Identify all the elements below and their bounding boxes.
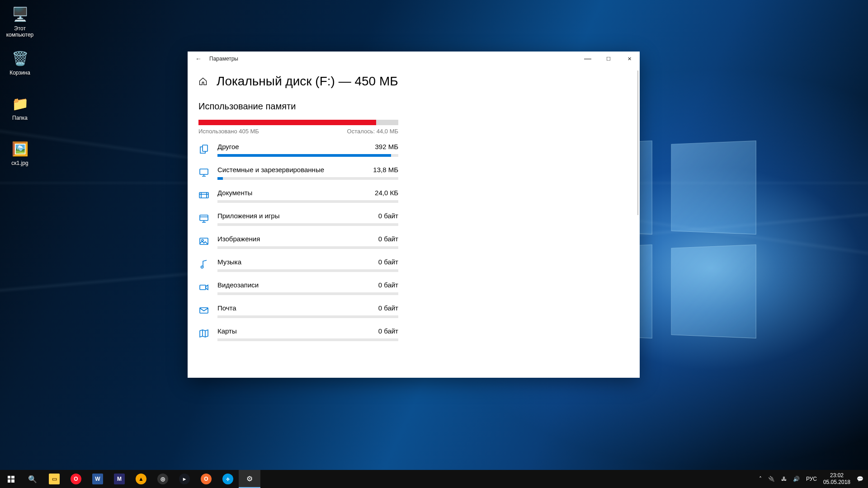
this-pc-icon	[10, 5, 29, 23]
scrollbar[interactable]	[637, 70, 638, 215]
window-content: Локальный диск (F:) — 450 МБ Использован…	[188, 66, 640, 378]
category-size: 24,0 КБ	[375, 189, 398, 197]
svg-rect-2	[199, 192, 208, 198]
storage-category-music[interactable]: Музыка0 байт	[198, 258, 398, 272]
taskbar-app-steam[interactable]: ▸	[174, 470, 195, 488]
game-icon: ◎	[157, 474, 168, 484]
back-button[interactable]: ←	[188, 55, 209, 62]
titlebar[interactable]: ← Параметры ― ☐ ✕	[188, 52, 640, 66]
action-center-icon[interactable]: 💬	[857, 476, 863, 482]
category-size: 0 байт	[378, 235, 398, 243]
search-button[interactable]: 🔍	[22, 470, 43, 488]
category-size: 0 байт	[378, 327, 398, 335]
desktop-icon-this-pc[interactable]: Этот компьютер	[3, 5, 37, 38]
tray-network-icon[interactable]: 🖧	[781, 476, 787, 482]
svg-rect-3	[200, 215, 208, 221]
folder-icon	[10, 94, 29, 113]
system-icon	[198, 167, 209, 178]
taskbar-app-explorer[interactable]: ▭	[43, 470, 65, 488]
tray-volume-icon[interactable]: 🔊	[793, 476, 800, 482]
desktop-icon-folder[interactable]: Папка	[3, 94, 37, 121]
storage-category-mail[interactable]: Почта0 байт	[198, 304, 398, 318]
category-size: 0 байт	[378, 258, 398, 266]
word-icon: W	[92, 474, 103, 484]
maximize-button[interactable]: ☐	[598, 52, 619, 66]
music-icon	[198, 259, 209, 270]
minimize-button[interactable]: ―	[577, 52, 598, 66]
category-size: 392 МБ	[375, 143, 398, 150]
category-name: Музыка	[217, 258, 241, 266]
category-size: 0 байт	[378, 281, 398, 289]
desktop-icon-label: Папка	[3, 115, 37, 121]
clock-date: 05.05.2018	[823, 479, 850, 486]
explorer-icon: ▭	[49, 474, 60, 484]
battlenet-icon: ⟡	[222, 474, 233, 484]
category-bar	[217, 246, 398, 249]
storage-usage-bar	[198, 120, 398, 125]
close-button[interactable]: ✕	[619, 52, 640, 66]
taskbar-clock[interactable]: 23:02 05.05.2018	[823, 472, 850, 486]
storage-used-label: Использовано 405 МБ	[198, 128, 259, 135]
taskbar-app-aimp[interactable]: ▲	[130, 470, 152, 488]
origin-icon: O	[201, 474, 212, 484]
mail-icon	[198, 305, 209, 316]
taskbar-app-settings[interactable]: ⚙	[239, 470, 260, 488]
video-icon	[198, 282, 209, 293]
desktop-icon-image-file[interactable]: ск1.jpg	[3, 139, 37, 166]
desktop-icon-label: Этот компьютер	[3, 25, 37, 38]
svg-rect-0	[203, 145, 208, 151]
image-file-icon	[10, 139, 29, 158]
taskbar-app-origin[interactable]: O	[195, 470, 217, 488]
category-name: Карты	[217, 327, 237, 335]
desktop-icon-label: Корзина	[3, 70, 37, 76]
category-bar	[217, 338, 398, 341]
taskbar-app-game[interactable]: ◎	[152, 470, 174, 488]
tray-language[interactable]: РУС	[806, 476, 817, 482]
category-name: Другое	[217, 143, 239, 150]
windows-icon	[8, 476, 14, 483]
page-title: Локальный диск (F:) — 450 МБ	[217, 74, 398, 89]
storage-category-maps[interactable]: Карты0 байт	[198, 327, 398, 341]
taskbar: 🔍 ▭ O W M ▲ ◎ ▸ O ⟡ ⚙ ˄ 🔌 🖧 🔊 РУС 23:02 …	[0, 470, 868, 488]
category-bar	[217, 223, 398, 226]
clock-time: 23:02	[823, 472, 850, 479]
m-icon: M	[114, 474, 125, 484]
desktop-icon-recycle-bin[interactable]: Корзина	[3, 49, 37, 76]
storage-free-label: Осталось: 44,0 МБ	[347, 128, 398, 135]
storage-category-system[interactable]: Системные и зарезервированные13,8 МБ	[198, 166, 398, 180]
storage-category-video[interactable]: Видеозаписи0 байт	[198, 281, 398, 295]
category-size: 13,8 МБ	[373, 166, 398, 174]
taskbar-app-m[interactable]: M	[108, 470, 130, 488]
home-icon[interactable]	[198, 77, 208, 86]
docs-icon	[198, 190, 209, 201]
category-bar	[217, 177, 398, 180]
tray-chevron-icon[interactable]: ˄	[759, 476, 762, 482]
category-name: Приложения и игры	[217, 212, 279, 220]
taskbar-app-battlenet[interactable]: ⟡	[217, 470, 239, 488]
storage-category-apps[interactable]: Приложения и игры0 байт	[198, 212, 398, 226]
category-bar	[217, 200, 398, 203]
storage-usage-fill	[198, 120, 376, 125]
maps-icon	[198, 328, 209, 339]
category-bar	[217, 292, 398, 295]
storage-category-other[interactable]: Другое392 МБ	[198, 143, 398, 157]
taskbar-app-opera[interactable]: O	[65, 470, 87, 488]
start-button[interactable]	[0, 470, 22, 488]
storage-category-images[interactable]: Изображения0 байт	[198, 235, 398, 249]
tray-usb-icon[interactable]: 🔌	[768, 476, 775, 482]
svg-rect-1	[200, 169, 208, 174]
opera-icon: O	[71, 474, 81, 484]
taskbar-app-word[interactable]: W	[87, 470, 108, 488]
svg-rect-8	[200, 308, 208, 313]
svg-point-6	[201, 266, 203, 268]
category-name: Изображения	[217, 235, 260, 243]
svg-rect-7	[200, 285, 206, 290]
section-title: Использование памяти	[198, 101, 630, 112]
desktop: Этот компьютер Корзина Папка ск1.jpg ← П…	[0, 0, 868, 488]
apps-icon	[198, 213, 209, 224]
storage-category-docs[interactable]: Документы24,0 КБ	[198, 189, 398, 203]
desktop-icon-label: ск1.jpg	[3, 160, 37, 166]
category-name: Видеозаписи	[217, 281, 259, 289]
window-app-name: Параметры	[209, 56, 577, 62]
other-icon	[198, 144, 209, 155]
